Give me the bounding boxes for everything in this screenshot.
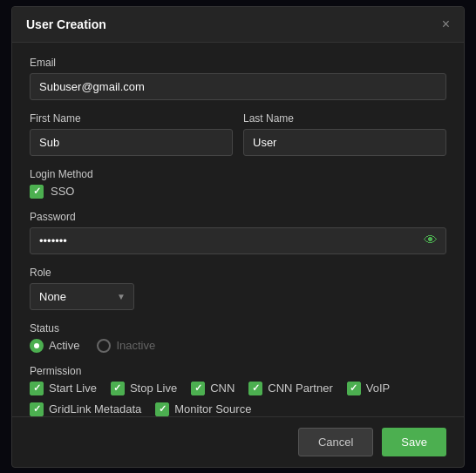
last-name-label: Last Name xyxy=(243,112,446,125)
sso-label: SSO xyxy=(51,185,74,198)
role-group: Role None Admin User ▼ xyxy=(30,267,446,310)
permission-grid: Start Live Stop Live CNN CNN Partner xyxy=(30,382,446,416)
active-label: Active xyxy=(49,339,79,352)
first-name-label: First Name xyxy=(30,112,233,125)
modal-footer: Cancel Save xyxy=(12,416,464,467)
last-name-input[interactable] xyxy=(243,129,446,156)
cnn-partner-checkbox[interactable] xyxy=(248,382,262,395)
permission-gridlink: GridLink Metadata xyxy=(30,402,141,416)
login-method-label: Login Method xyxy=(30,168,446,180)
stop-live-label: Stop Live xyxy=(130,382,177,395)
password-group: Password 👁 xyxy=(30,211,446,254)
active-radio-button[interactable] xyxy=(30,339,44,353)
sso-checkbox-group: SSO xyxy=(30,185,446,199)
cnn-partner-label: CNN Partner xyxy=(268,382,332,395)
monitor-source-label: Monitor Source xyxy=(174,402,251,416)
monitor-source-checkbox[interactable] xyxy=(155,402,169,416)
start-live-checkbox[interactable] xyxy=(30,382,44,395)
sso-checkbox[interactable] xyxy=(30,185,44,199)
voip-checkbox[interactable] xyxy=(347,382,361,395)
cnn-checkbox[interactable] xyxy=(191,382,205,395)
permission-label: Permission xyxy=(30,365,446,377)
role-select[interactable]: None Admin User xyxy=(30,283,134,310)
email-label: Email xyxy=(30,57,446,69)
status-active-option[interactable]: Active xyxy=(30,339,79,353)
status-group: Status Active Inactive xyxy=(30,322,446,353)
inactive-label: Inactive xyxy=(116,339,155,352)
modal-header: User Creation × xyxy=(12,7,464,43)
email-group: Email xyxy=(30,57,446,100)
start-live-label: Start Live xyxy=(49,382,97,395)
inactive-radio-button[interactable] xyxy=(97,339,111,353)
user-creation-modal: User Creation × Email First Name Last Na… xyxy=(11,6,465,468)
modal-title: User Creation xyxy=(26,17,106,31)
gridlink-label: GridLink Metadata xyxy=(49,402,141,416)
permission-cnn: CNN xyxy=(191,382,235,395)
last-name-col: Last Name xyxy=(243,112,446,156)
status-label: Status xyxy=(30,322,446,334)
save-button[interactable]: Save xyxy=(382,428,446,456)
voip-label: VoIP xyxy=(366,382,390,395)
permission-cnn-partner: CNN Partner xyxy=(248,382,332,395)
permission-stop-live: Stop Live xyxy=(111,382,177,395)
status-inactive-option[interactable]: Inactive xyxy=(97,339,155,353)
modal-overlay: User Creation × Email First Name Last Na… xyxy=(0,0,476,473)
status-options: Active Inactive xyxy=(30,339,446,353)
cancel-button[interactable]: Cancel xyxy=(298,428,373,456)
modal-body: Email First Name Last Name Login Method xyxy=(12,43,464,416)
first-name-col: First Name xyxy=(30,112,233,156)
name-group: First Name Last Name xyxy=(30,112,446,156)
password-label: Password xyxy=(30,211,446,223)
cnn-label: CNN xyxy=(210,382,235,395)
password-input[interactable] xyxy=(30,227,446,254)
permission-monitor-source: Monitor Source xyxy=(155,402,251,416)
permission-start-live: Start Live xyxy=(30,382,97,395)
gridlink-checkbox[interactable] xyxy=(30,402,44,416)
login-method-group: Login Method SSO xyxy=(30,168,446,199)
permission-voip: VoIP xyxy=(347,382,390,395)
close-button[interactable]: × xyxy=(442,17,450,31)
stop-live-checkbox[interactable] xyxy=(111,382,125,395)
password-wrapper: 👁 xyxy=(30,227,446,254)
role-label: Role xyxy=(30,267,446,279)
permission-group: Permission Start Live Stop Live CNN xyxy=(30,365,446,416)
role-select-wrapper: None Admin User ▼ xyxy=(30,283,134,310)
email-input[interactable] xyxy=(30,73,446,100)
eye-icon[interactable]: 👁 xyxy=(424,233,438,248)
first-name-input[interactable] xyxy=(30,129,233,156)
